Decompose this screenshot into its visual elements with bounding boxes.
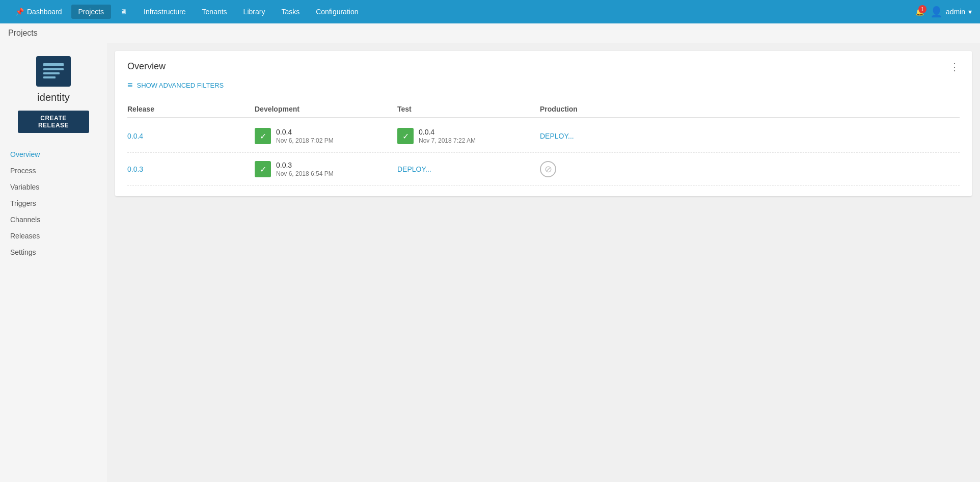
sidebar-item-triggers[interactable]: Triggers: [0, 195, 107, 211]
prod-cell-row1: DEPLOY...: [540, 132, 960, 140]
nav-library[interactable]: Library: [236, 5, 273, 19]
dev-date: Nov 6, 2018 7:02 PM: [276, 137, 334, 144]
prod-disabled-icon: ⊘: [540, 161, 556, 177]
user-menu[interactable]: 👤 admin ▾: [930, 6, 972, 18]
sidebar-item-overview[interactable]: Overview: [0, 146, 107, 163]
prod-cell-row2: ⊘: [540, 161, 960, 177]
col-release: Release: [127, 105, 255, 113]
svg-rect-0: [43, 63, 64, 66]
svg-rect-3: [43, 76, 56, 78]
nav-dashboard[interactable]: 📌 Dashboard: [8, 5, 69, 19]
card-title: Overview: [127, 61, 166, 72]
test-cell-row1: ✓ 0.0.4 Nov 7, 2018 7:22 AM: [397, 128, 540, 144]
release-version-cell-row2: 0.0.3: [127, 165, 255, 173]
project-logo-icon: [42, 62, 65, 81]
monitor-icon: 🖥: [120, 8, 127, 16]
dev-deploy-info-row2: 0.0.3 Nov 6, 2018 6:54 PM: [276, 161, 334, 177]
dev-cell-row2: ✓ 0.0.3 Nov 6, 2018 6:54 PM: [255, 161, 397, 177]
nav-tenants[interactable]: Tenants: [195, 5, 234, 19]
sidebar-item-settings[interactable]: Settings: [0, 244, 107, 260]
test-deployed-check: ✓: [397, 128, 414, 144]
sidebar-item-variables[interactable]: Variables: [0, 179, 107, 195]
more-options-button[interactable]: ⋮: [949, 62, 960, 72]
filter-icon: ≡: [127, 80, 133, 91]
top-nav: 📌 Dashboard Projects 🖥 Infrastructure Te…: [0, 0, 980, 23]
page-title: Projects: [0, 23, 980, 43]
dev-deployed-check-row2: ✓: [255, 161, 271, 177]
nav-right: 🔔 1 👤 admin ▾: [915, 6, 972, 18]
dev-version-row2: 0.0.3: [276, 161, 334, 169]
notification-badge: 1: [918, 5, 927, 13]
prod-deploy-link-row1[interactable]: DEPLOY...: [540, 132, 574, 140]
test-cell-row2: DEPLOY...: [397, 165, 540, 173]
svg-rect-2: [43, 72, 60, 74]
sidebar-item-channels[interactable]: Channels: [0, 211, 107, 228]
release-version-link[interactable]: 0.0.4: [127, 132, 143, 140]
dev-version: 0.0.4: [276, 128, 334, 136]
dev-cell-row1: ✓ 0.0.4 Nov 6, 2018 7:02 PM: [255, 128, 397, 144]
test-deploy-link-row2[interactable]: DEPLOY...: [397, 165, 431, 173]
main-content: Overview ⋮ ≡ SHOW ADVANCED FILTERS Relea…: [107, 43, 980, 482]
overview-card: Overview ⋮ ≡ SHOW ADVANCED FILTERS Relea…: [115, 51, 972, 196]
table-row: 0.0.3 ✓ 0.0.3 Nov 6, 2018 6:54 PM DEPLOY…: [127, 153, 960, 186]
col-development: Development: [255, 105, 397, 113]
chevron-down-icon: ▾: [968, 8, 972, 16]
release-version-cell: 0.0.4: [127, 132, 255, 140]
nav-projects[interactable]: Projects: [71, 5, 112, 19]
col-production: Production: [540, 105, 960, 113]
sidebar-logo-area: identity CREATE RELEASE: [0, 51, 107, 141]
user-avatar-icon: 👤: [930, 6, 943, 18]
sidebar-nav: Overview Process Variables Triggers Chan…: [0, 146, 107, 260]
project-logo: [36, 56, 71, 87]
dashboard-icon: 📌: [15, 8, 24, 16]
nav-items: 📌 Dashboard Projects 🖥 Infrastructure Te…: [8, 5, 915, 19]
nav-tasks[interactable]: Tasks: [274, 5, 307, 19]
nav-monitor[interactable]: 🖥: [113, 5, 134, 19]
col-test: Test: [397, 105, 540, 113]
svg-rect-1: [43, 68, 64, 70]
dev-deployed-check: ✓: [255, 128, 271, 144]
sidebar-item-releases[interactable]: Releases: [0, 228, 107, 244]
nav-configuration[interactable]: Configuration: [309, 5, 365, 19]
card-header: Overview ⋮: [127, 61, 960, 72]
table-row: 0.0.4 ✓ 0.0.4 Nov 6, 2018 7:02 PM ✓ 0.0.…: [127, 120, 960, 153]
dev-deploy-info: 0.0.4 Nov 6, 2018 7:02 PM: [276, 128, 334, 144]
release-version-link-row2[interactable]: 0.0.3: [127, 165, 143, 173]
notification-bell[interactable]: 🔔 1: [915, 8, 924, 16]
test-deploy-info: 0.0.4 Nov 7, 2018 7:22 AM: [419, 128, 476, 144]
release-table: Release Development Test Production 0.0.…: [127, 101, 960, 186]
dev-date-row2: Nov 6, 2018 6:54 PM: [276, 170, 334, 177]
advanced-filters-toggle[interactable]: ≡ SHOW ADVANCED FILTERS: [127, 80, 960, 91]
main-layout: identity CREATE RELEASE Overview Process…: [0, 43, 980, 482]
sidebar: identity CREATE RELEASE Overview Process…: [0, 43, 107, 482]
nav-infrastructure[interactable]: Infrastructure: [137, 5, 193, 19]
sidebar-item-process[interactable]: Process: [0, 163, 107, 179]
test-date: Nov 7, 2018 7:22 AM: [419, 137, 476, 144]
create-release-button[interactable]: CREATE RELEASE: [18, 111, 89, 133]
project-name: identity: [37, 92, 69, 103]
table-header: Release Development Test Production: [127, 101, 960, 118]
test-version: 0.0.4: [419, 128, 476, 136]
user-name: admin: [946, 8, 965, 16]
